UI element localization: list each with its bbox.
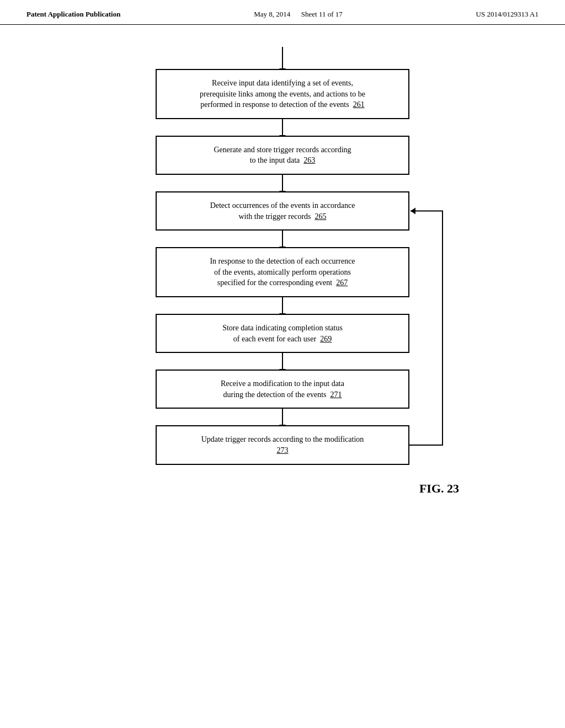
arrow-263-265 [282,175,283,191]
header-date: May 8, 2014 [254,10,290,18]
box-265-text: Detect occurrences of the events in acco… [210,201,355,221]
flowchart: Receive input data identifying a set of … [89,47,476,465]
box-273-text: Update trigger records according to the … [201,435,364,454]
box-265: Detect occurrences of the events in acco… [156,191,409,231]
box-269-number: 269 [320,335,332,343]
box-265-number: 265 [315,212,327,221]
figure-label: FIG. 23 [89,481,476,496]
initial-arrow [282,47,283,69]
box-269: Store data indicating completion statuso… [156,314,409,353]
box-261: Receive input data identifying a set of … [156,69,409,119]
box-269-text: Store data indicating completion statuso… [222,324,343,343]
box-267-text: In response to the detection of each occ… [210,257,355,287]
arrow-265-267 [282,231,283,247]
flowchart-wrapper: Receive input data identifying a set of … [89,47,476,465]
box-267: In response to the detection of each occ… [156,247,409,297]
box-263-text: Generate and store trigger records accor… [214,146,351,165]
box-273: Update trigger records according to the … [156,425,409,464]
box-263-number: 263 [303,156,315,164]
main-content: Receive input data identifying a set of … [0,25,565,518]
box-271-text: Receive a modification to the input data… [221,379,344,399]
page-header: Patent Application Publication May 8, 20… [0,0,565,25]
header-patent-number: US 2014/0129313 A1 [476,10,539,19]
box-263: Generate and store trigger records accor… [156,136,409,175]
header-publication-label: Patent Application Publication [26,10,120,19]
arrow-261-263 [282,119,283,136]
header-sheet: Sheet 11 of 17 [301,10,343,18]
arrow-271-273 [282,409,283,425]
arrow-267-269 [282,297,283,314]
box-261-text: Receive input data identifying a set of … [200,79,365,109]
box-267-number: 267 [336,279,348,287]
box-273-number: 273 [277,446,289,454]
header-date-sheet: May 8, 2014 Sheet 11 of 17 [254,10,343,19]
box-271-number: 271 [331,390,342,399]
box-261-number: 261 [353,100,365,109]
box-271: Receive a modification to the input data… [156,370,409,409]
arrow-269-271 [282,353,283,370]
